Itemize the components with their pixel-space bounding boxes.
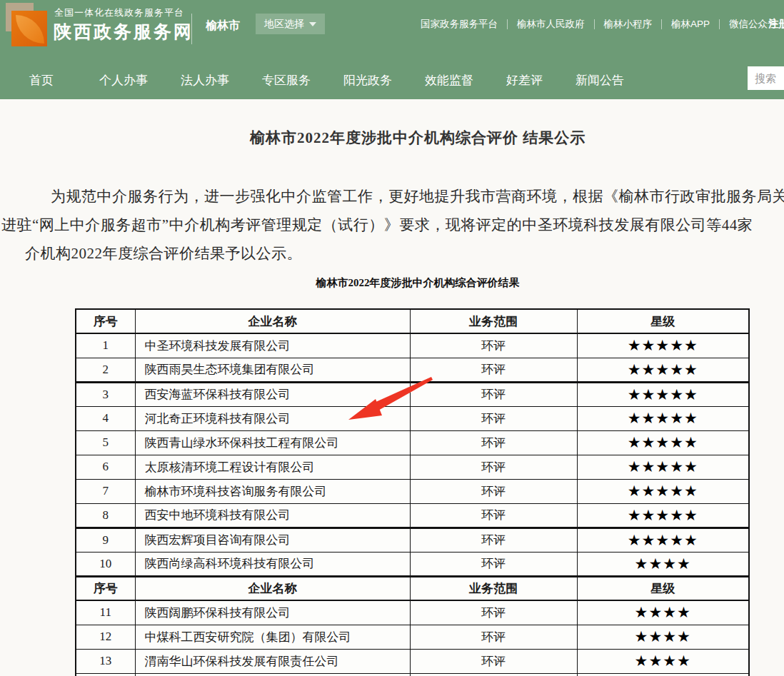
row-number: 10: [76, 552, 135, 576]
paragraph-line: 进驻“网上中介服务超市”中介机构考评管理规定（试行）》要求，现将评定的中圣环境科…: [1, 215, 753, 235]
table-row: 9 陕西宏辉项目咨询有限公司 环评 ★★★★★: [76, 528, 749, 552]
header-cell-no: 序号: [76, 576, 135, 600]
row-number: [76, 673, 135, 676]
header-cell-stars: 星级: [577, 576, 749, 600]
nav-item-special-zone[interactable]: 专区服务: [262, 72, 311, 89]
paragraph-line: 为规范中介服务行为，进一步强化中介监管工作，更好地提升我市营商环境，根据《榆林市…: [51, 186, 784, 206]
link-yulin-miniprogram[interactable]: 榆林小程序: [595, 18, 662, 31]
nav-item-personal[interactable]: 个人办事: [99, 72, 148, 89]
company-name: [135, 673, 410, 676]
company-name: 渭南华山环保科技发展有限责任公司: [135, 649, 410, 673]
nav-item-open-government[interactable]: 阳光政务: [343, 72, 392, 89]
row-number: 13: [76, 649, 135, 673]
top-link-bar: 国家政务服务平台 榆林市人民政府 榆林小程序 榆林APP 微信公众号: [411, 18, 784, 31]
star-rating: ★★★★★: [577, 455, 749, 479]
row-number: 5: [76, 430, 135, 455]
nav-item-efficiency[interactable]: 效能监督: [425, 72, 473, 89]
row-number: 11: [76, 600, 135, 625]
company-name: 陕西宏辉项目咨询有限公司: [135, 528, 410, 552]
red-annotation-arrow: [343, 373, 436, 424]
link-yulin-app[interactable]: 榆林APP: [662, 18, 719, 31]
arrow-shaft: [373, 377, 433, 411]
header-cell-scope: 业务范围: [410, 576, 577, 600]
table-row: 13 渭南华山环保科技发展有限责任公司 环评 ★★★★: [76, 649, 749, 673]
table-row: 10 陕西尚绿高科环境科技有限公司 环评 ★★★★: [76, 552, 749, 576]
table-row: 6 太原核清环境工程设计有限公司 环评 ★★★★★: [76, 455, 749, 479]
star-rating: ★★★★: [577, 552, 749, 576]
company-name: 中煤科工西安研究院（集团）有限公司: [135, 625, 410, 649]
paragraph-line: 介机构2022年度综合评价结果予以公示。: [25, 243, 302, 263]
table-header-row-repeat: 序号 企业名称 业务范围 星级: [76, 576, 749, 600]
row-number: 9: [76, 528, 135, 552]
star-rating: ★★★★: [577, 649, 749, 673]
table-caption: 榆林市2022年度涉批中介机构综合评价结果: [0, 276, 784, 290]
nav-item-news[interactable]: 新闻公告: [576, 72, 624, 89]
register-link[interactable]: 注册: [768, 17, 784, 31]
header-cell-scope: 业务范围: [410, 309, 577, 333]
link-yulin-government[interactable]: 榆林市人民政府: [508, 18, 594, 31]
header-divider: [191, 14, 192, 44]
table-row: 11 陕西阔鹏环保科技有限公司 环评 ★★★★: [76, 600, 749, 625]
region-select-button[interactable]: 地区选择: [256, 14, 325, 34]
table-header-row: 序号 企业名称 业务范围 星级: [76, 309, 749, 333]
table-row: [76, 673, 749, 676]
search-input[interactable]: [748, 66, 784, 90]
star-rating: ★★★★★: [577, 503, 749, 528]
business-scope: 环评: [410, 625, 577, 649]
business-scope: 环评: [410, 528, 577, 552]
row-number: 1: [76, 333, 135, 358]
star-rating: ★★★★: [577, 600, 749, 625]
business-scope: 环评: [410, 430, 577, 455]
company-name: 榆林市环境科技咨询服务有限公司: [135, 479, 410, 503]
row-number: 7: [76, 479, 135, 503]
star-rating: ★★★★: [577, 625, 749, 649]
business-scope: [410, 673, 577, 676]
announcement-document: 榆林市2022年度涉批中介机构综合评价 结果公示 为规范中介服务行为，进一步强化…: [0, 99, 784, 676]
star-rating: ★★★★★: [577, 479, 749, 503]
star-rating: ★★★★★: [577, 528, 749, 552]
nav-item-rating[interactable]: 好差评: [506, 72, 543, 89]
row-number: 4: [76, 406, 135, 430]
business-scope: 环评: [410, 600, 577, 625]
business-scope: 环评: [410, 503, 577, 528]
table-row: 12 中煤科工西安研究院（集团）有限公司 环评 ★★★★: [76, 625, 749, 649]
link-national-platform[interactable]: 国家政务服务平台: [411, 18, 507, 31]
site-logo-icon: [6, 3, 47, 47]
company-name: 西安中地环境科技有限公司: [135, 503, 410, 528]
star-rating: [577, 673, 749, 676]
table-row: 5 陕西青山绿水环保科技工程有限公司 环评 ★★★★★: [76, 430, 749, 455]
business-scope: 环评: [410, 552, 577, 576]
current-city-label: 榆林市: [206, 19, 240, 34]
star-rating: ★★★★★: [577, 358, 749, 382]
region-select-label: 地区选择: [264, 18, 304, 31]
header-cell-company: 企业名称: [135, 309, 410, 333]
star-rating: ★★★★★: [577, 430, 749, 455]
header-cell-stars: 星级: [577, 309, 749, 333]
site-header: 全国一体化在线政务服务平台 陕西政务服务网 榆林市 地区选择 国家政务服务平台 …: [0, 0, 784, 99]
star-rating: ★★★★★: [577, 382, 749, 406]
row-number: 3: [76, 382, 135, 406]
company-name: 中圣环境科技发展有限公司: [135, 333, 410, 358]
company-name: 陕西阔鹏环保科技有限公司: [135, 600, 410, 625]
row-number: 8: [76, 503, 135, 528]
company-name: 陕西尚绿高科环境科技有限公司: [135, 552, 410, 576]
main-nav: 首页 个人办事 法人办事 专区服务 阳光政务 效能监督 好差评 新闻公告: [0, 61, 784, 99]
table-row: 1 中圣环境科技发展有限公司 环评 ★★★★★: [76, 333, 749, 358]
star-rating: ★★★★★: [577, 333, 749, 358]
nav-item-legal-person[interactable]: 法人办事: [181, 72, 229, 89]
business-scope: 环评: [410, 479, 577, 503]
business-scope: 环评: [410, 649, 577, 673]
nav-item-home[interactable]: 首页: [29, 72, 54, 89]
site-title: 陕西政务服务网: [54, 20, 194, 44]
table-row: 7 榆林市环境科技咨询服务有限公司 环评 ★★★★★: [76, 479, 749, 503]
evaluation-table: 序号 企业名称 业务范围 星级 1 中圣环境科技发展有限公司 环评 ★★★★★ …: [75, 308, 750, 676]
chevron-down-icon: [309, 22, 316, 26]
business-scope: 环评: [410, 333, 577, 358]
star-rating: ★★★★★: [577, 406, 749, 430]
page-content: 榆林市2022年度涉批中介机构综合评价 结果公示 为规范中介服务行为，进一步强化…: [0, 99, 784, 676]
header-cell-no: 序号: [76, 309, 135, 333]
page-title: 榆林市2022年度涉批中介机构综合评价 结果公示: [0, 128, 784, 148]
table-row: 8 西安中地环境科技有限公司 环评 ★★★★★: [76, 503, 749, 528]
header-cell-company: 企业名称: [135, 576, 410, 600]
platform-subtitle: 全国一体化在线政务服务平台: [54, 6, 184, 19]
